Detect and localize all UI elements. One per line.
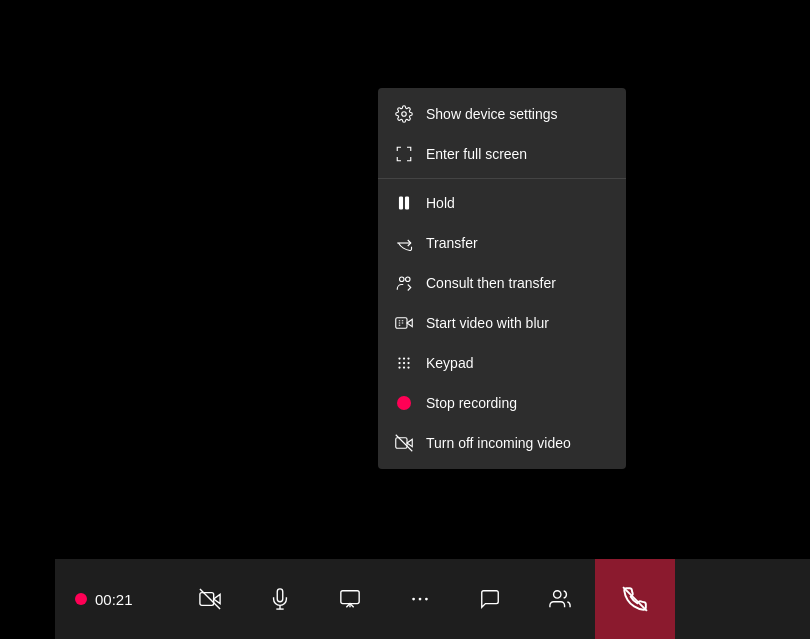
- svg-point-31: [419, 598, 422, 601]
- svg-point-32: [425, 598, 428, 601]
- svg-point-33: [554, 591, 561, 598]
- transfer-icon: [394, 233, 414, 253]
- svg-rect-2: [406, 197, 409, 209]
- svg-rect-21: [396, 438, 407, 449]
- svg-marker-20: [407, 439, 412, 447]
- svg-point-12: [403, 357, 405, 359]
- svg-rect-24: [200, 593, 214, 606]
- menu-item-consult-then-transfer[interactable]: Consult then transfer: [378, 263, 626, 303]
- consult-transfer-icon: [394, 273, 414, 293]
- mute-button[interactable]: [245, 559, 315, 639]
- svg-point-0: [402, 112, 407, 117]
- video-slash-icon: [199, 588, 221, 610]
- svg-rect-28: [341, 591, 359, 604]
- end-call-button[interactable]: [595, 559, 675, 639]
- svg-rect-1: [400, 197, 403, 209]
- svg-point-17: [398, 366, 400, 368]
- menu-item-show-device-settings[interactable]: Show device settings: [378, 94, 626, 134]
- menu-item-show-device-settings-label: Show device settings: [426, 106, 558, 122]
- svg-point-13: [407, 357, 409, 359]
- timer-display: 00:21: [95, 591, 133, 608]
- svg-point-11: [398, 357, 400, 359]
- svg-point-15: [403, 362, 405, 364]
- menu-item-hold[interactable]: Hold: [378, 183, 626, 223]
- more-options-button[interactable]: [385, 559, 455, 639]
- video-blur-icon: [394, 313, 414, 333]
- share-screen-button[interactable]: [315, 559, 385, 639]
- keypad-icon: [394, 353, 414, 373]
- end-call-icon: [622, 586, 648, 612]
- svg-point-4: [400, 277, 405, 282]
- video-off-button[interactable]: [175, 559, 245, 639]
- mic-icon: [269, 588, 291, 610]
- menu-divider-1: [378, 178, 626, 179]
- menu-item-transfer[interactable]: Transfer: [378, 223, 626, 263]
- menu-item-hold-label: Hold: [426, 195, 455, 211]
- menu-item-consult-then-transfer-label: Consult then transfer: [426, 275, 556, 291]
- svg-point-19: [407, 366, 409, 368]
- menu-item-start-video-blur-label: Start video with blur: [426, 315, 549, 331]
- svg-point-30: [412, 598, 415, 601]
- taskbar-timer: 00:21: [55, 591, 175, 608]
- svg-point-5: [406, 277, 411, 282]
- menu-item-turn-off-incoming-video[interactable]: Turn off incoming video: [378, 423, 626, 463]
- menu-item-transfer-label: Transfer: [426, 235, 478, 251]
- menu-item-turn-off-incoming-video-label: Turn off incoming video: [426, 435, 571, 451]
- menu-item-keypad[interactable]: Keypad: [378, 343, 626, 383]
- more-icon: [409, 588, 431, 610]
- share-screen-icon: [339, 588, 361, 610]
- svg-marker-6: [407, 319, 412, 327]
- stop-recording-icon: [394, 393, 414, 413]
- svg-point-18: [403, 366, 405, 368]
- participants-button[interactable]: [525, 559, 595, 639]
- people-icon: [549, 588, 571, 610]
- fullscreen-icon: [394, 144, 414, 164]
- svg-point-16: [407, 362, 409, 364]
- hold-icon: [394, 193, 414, 213]
- menu-item-enter-full-screen[interactable]: Enter full screen: [378, 134, 626, 174]
- chat-button[interactable]: [455, 559, 525, 639]
- menu-item-stop-recording[interactable]: Stop recording: [378, 383, 626, 423]
- recording-dot: [75, 593, 87, 605]
- context-menu: Show device settings Enter full screen H…: [378, 88, 626, 469]
- taskbar: 00:21: [55, 559, 810, 639]
- chat-icon: [479, 588, 501, 610]
- incoming-video-off-icon: [394, 433, 414, 453]
- menu-item-enter-full-screen-label: Enter full screen: [426, 146, 527, 162]
- gear-icon: [394, 104, 414, 124]
- menu-item-start-video-blur[interactable]: Start video with blur: [378, 303, 626, 343]
- menu-item-stop-recording-label: Stop recording: [426, 395, 517, 411]
- menu-item-keypad-label: Keypad: [426, 355, 473, 371]
- svg-point-14: [398, 362, 400, 364]
- svg-marker-23: [214, 594, 220, 603]
- svg-rect-7: [396, 318, 407, 329]
